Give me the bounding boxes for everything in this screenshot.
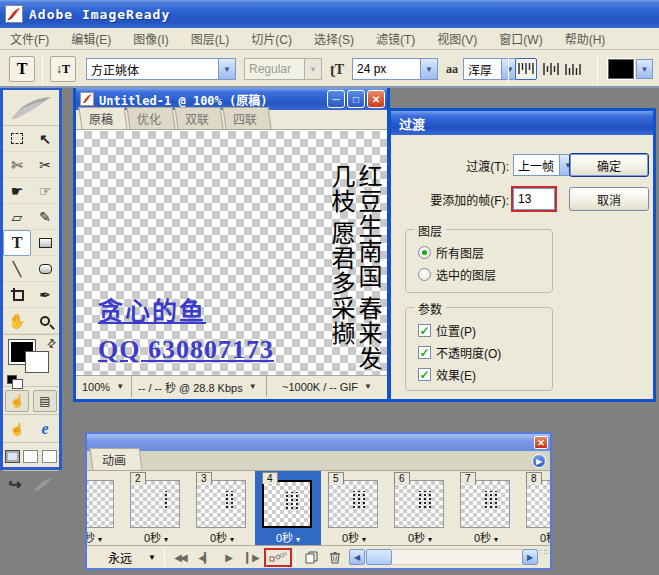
filesize-status-select[interactable]: ~1000K / -- GIF ▼ <box>267 376 387 397</box>
frame-thumbnail[interactable] <box>328 480 378 528</box>
canvas[interactable]: 红豆生南国 春来发几枝 愿君多采撷 贪心的鱼 QQ 630807173 <box>76 130 387 375</box>
menu-view[interactable]: 视图(V) <box>437 30 477 47</box>
align-center-button[interactable] <box>540 58 562 80</box>
anti-alias-select[interactable]: 浑厚 ▼ <box>463 58 519 80</box>
frame-2[interactable]: 2 0秒 ▾ <box>123 471 189 546</box>
frames-scrollbar[interactable]: ◀ ▶ <box>349 549 538 565</box>
slice-tool[interactable]: ✄ <box>3 152 31 178</box>
font-family-select[interactable]: 方正姚体 ▼ <box>86 58 236 80</box>
menu-file[interactable]: 文件(F) <box>10 30 49 47</box>
selected-layers-radio[interactable]: 选中的图层 <box>418 266 496 283</box>
zoom-tool[interactable] <box>31 308 59 334</box>
frame-thumbnail[interactable] <box>262 480 312 528</box>
frames-to-add-input[interactable]: 13 <box>513 188 555 210</box>
brush-tool[interactable]: ✎ <box>31 204 59 230</box>
hand-tool[interactable]: ✋ <box>3 308 31 334</box>
menu-window[interactable]: 窗口(W) <box>499 30 542 47</box>
tween-with-select[interactable]: 上一帧 ▼ <box>513 154 577 176</box>
frame-thumbnail[interactable] <box>460 480 510 528</box>
frame-delay-select[interactable]: 0秒 ▾ <box>453 529 519 545</box>
frame-thumbnail[interactable] <box>394 480 444 528</box>
crop-tool[interactable] <box>3 282 31 308</box>
tab-2up[interactable]: 双联 <box>174 107 223 129</box>
standard-screen-mode-button[interactable] <box>5 450 20 463</box>
frame-delay-select[interactable]: 0秒 ▾ <box>189 529 255 545</box>
close-button[interactable]: ✕ <box>367 90 385 108</box>
scroll-right-icon[interactable]: ▶ <box>522 549 538 565</box>
tab-animation[interactable]: 动画 <box>89 448 142 470</box>
delete-frame-button[interactable] <box>323 548 347 567</box>
frame-delay-select[interactable]: 0秒 ▾ <box>519 529 550 545</box>
jump-to-icon[interactable]: ↪ <box>8 475 21 494</box>
menu-filter[interactable]: 滤镜(T) <box>376 30 415 47</box>
text-orientation-button[interactable]: ↓T <box>50 56 76 82</box>
tab-original[interactable]: 原稿 <box>78 107 127 129</box>
tween-dialog-titlebar[interactable]: 过渡 <box>391 111 653 135</box>
align-top-button[interactable] <box>515 58 537 80</box>
fullscreen-menubar-mode-button[interactable] <box>23 450 38 463</box>
default-colors-icon[interactable] <box>7 375 17 384</box>
previous-frame-button[interactable]: ◀▎ <box>192 548 216 567</box>
frame-delay-select[interactable]: 0秒 ▾ <box>321 529 387 545</box>
frame-thumbnail[interactable] <box>130 480 180 528</box>
image-map-select-tool[interactable]: ☞ <box>31 178 59 204</box>
toggle-image-maps-button[interactable]: ☝ <box>5 390 29 412</box>
frame-delay-select[interactable]: 0秒 ▾ <box>123 529 189 545</box>
frame-3[interactable]: 3 0秒 ▾ <box>189 471 255 546</box>
scrollbar-thumb[interactable] <box>366 549 392 565</box>
position-checkbox[interactable]: ✓ 位置(P) <box>418 322 476 339</box>
new-frame-button[interactable] <box>299 548 323 567</box>
frame-5[interactable]: 5 0秒 ▾ <box>321 471 387 546</box>
align-bottom-button[interactable] <box>562 58 584 80</box>
eyedropper-tool[interactable]: ✒ <box>31 282 59 308</box>
next-frame-button[interactable]: ▎▶ <box>240 548 264 567</box>
type-tool[interactable]: T <box>3 230 31 256</box>
swap-colors-icon[interactable]: ⇄ <box>44 336 60 352</box>
type-tool-icon[interactable]: T <box>9 56 35 82</box>
preview-in-browser-button[interactable]: e <box>33 418 57 440</box>
chevron-down-icon[interactable]: ▼ <box>420 59 437 79</box>
zoom-level-select[interactable]: 100% ▼ <box>76 376 132 397</box>
preview-rollover-button[interactable]: ☝ <box>5 418 29 440</box>
font-style-select[interactable]: Regular ▼ <box>244 58 322 80</box>
frame-4[interactable]: 4 0秒 ▾ <box>255 471 321 546</box>
slice-select-tool[interactable]: ✂ <box>31 152 59 178</box>
background-color-swatch[interactable] <box>25 351 49 373</box>
frame-thumbnail[interactable] <box>87 480 114 528</box>
menu-layer[interactable]: 图层(L) <box>191 30 230 47</box>
loop-count-select[interactable]: 永远 ▼ <box>91 548 161 566</box>
marquee-tool[interactable] <box>3 126 31 152</box>
text-color-swatch[interactable] <box>608 59 634 79</box>
maximize-button[interactable]: □ <box>347 90 365 108</box>
opacity-checkbox[interactable]: ✓ 不透明度(O) <box>418 344 501 361</box>
timing-status-select[interactable]: -- / -- 秒 @ 28.8 Kbps ▼ <box>132 376 267 397</box>
menu-edit[interactable]: 编辑(E) <box>71 30 111 47</box>
scrollbar-track[interactable] <box>392 549 522 565</box>
tween-button[interactable] <box>264 548 292 567</box>
menu-select[interactable]: 选择(S) <box>314 30 354 47</box>
move-tool[interactable]: ↖ <box>31 126 59 152</box>
play-button[interactable]: ▶ <box>216 548 240 567</box>
rounded-rectangle-tool[interactable] <box>31 256 59 282</box>
toggle-slices-button[interactable]: ▤ <box>33 390 57 412</box>
image-map-tool[interactable]: ☛ <box>3 178 31 204</box>
frame-7[interactable]: 7 0秒 ▾ <box>453 471 519 546</box>
menu-image[interactable]: 图像(I) <box>133 30 168 47</box>
tab-optimized[interactable]: 优化 <box>126 107 175 129</box>
frame-delay-select[interactable]: 0秒 ▾ <box>387 529 453 545</box>
menu-slice[interactable]: 切片(C) <box>251 30 292 47</box>
palette-menu-button[interactable]: ▶ <box>532 454 546 468</box>
fullscreen-mode-button[interactable] <box>42 450 57 463</box>
ok-button[interactable]: 确定 <box>569 153 649 177</box>
cancel-button[interactable]: 取消 <box>569 187 649 211</box>
frame-6[interactable]: 6 0秒 ▾ <box>387 471 453 546</box>
resize-grip[interactable]: ∷∷ <box>540 549 550 565</box>
first-frame-button[interactable]: ◀◀ <box>168 548 192 567</box>
frame-thumbnail[interactable] <box>196 480 246 528</box>
frame-8[interactable]: 8 0秒 ▾ <box>519 471 550 546</box>
eraser-tool[interactable]: ▱ <box>3 204 31 230</box>
photoshop-feather-icon[interactable] <box>32 477 54 493</box>
minimize-button[interactable]: ─ <box>327 90 345 108</box>
frame-delay-select[interactable]: 0秒 ▾ <box>255 529 321 545</box>
chevron-down-icon[interactable]: ▼ <box>636 59 653 79</box>
